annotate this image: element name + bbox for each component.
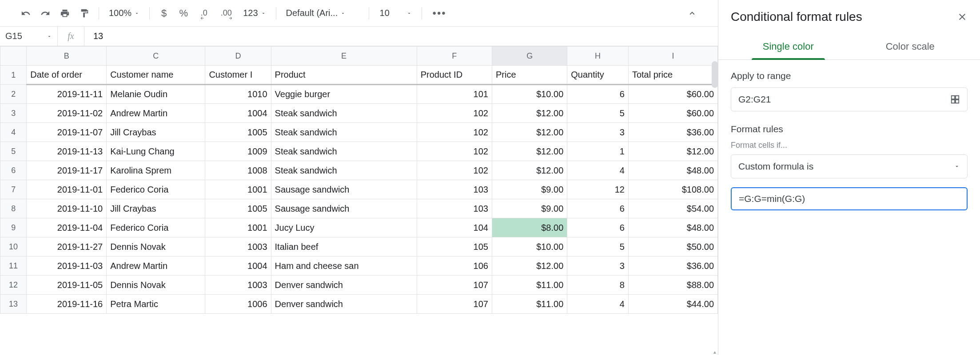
cell[interactable]: $48.00 [628, 161, 717, 180]
cell[interactable]: 102 [417, 161, 492, 180]
cell[interactable]: 2019-11-27 [27, 237, 107, 256]
column-header[interactable]: D [205, 47, 271, 66]
cell[interactable]: Federico Coria [107, 180, 205, 199]
cell[interactable]: 103 [417, 180, 492, 199]
cell[interactable]: Karolina Sprem [107, 161, 205, 180]
zoom-selector[interactable]: 100% [105, 8, 143, 18]
formula-input[interactable] [84, 27, 718, 46]
cell[interactable]: 2019-11-03 [27, 256, 107, 276]
cell[interactable]: Kai-Lung Chang [107, 142, 205, 161]
condition-selector[interactable]: Custom formula is [731, 154, 968, 178]
cell[interactable]: Melanie Oudin [107, 85, 205, 104]
cell[interactable]: $12.00 [492, 256, 567, 276]
cell[interactable]: Dennis Novak [107, 276, 205, 295]
cell[interactable]: $9.00 [492, 180, 567, 199]
cell[interactable]: $8.00 [492, 218, 567, 237]
cell[interactable]: 6 [567, 199, 629, 218]
cell[interactable]: 103 [417, 199, 492, 218]
spreadsheet-grid[interactable]: BCDEFGHI1Date of orderCustomer nameCusto… [0, 46, 718, 355]
cell[interactable]: Jill Craybas [107, 123, 205, 142]
font-size-selector[interactable]: 10 [375, 8, 415, 18]
cell[interactable]: 12 [567, 180, 629, 199]
cell[interactable]: Denver sandwich [271, 276, 417, 295]
cell[interactable]: Sausage sandwich [271, 199, 417, 218]
decrease-decimal-button[interactable]: .0 [195, 5, 213, 21]
cell[interactable]: Product [271, 66, 417, 85]
paint-format-button[interactable] [76, 5, 92, 21]
cell[interactable]: Federico Coria [107, 218, 205, 237]
cell[interactable]: Ham and cheese san [271, 256, 417, 276]
row-header[interactable]: 9 [0, 218, 27, 237]
cell[interactable]: Quantity [567, 66, 629, 85]
row-header[interactable]: 4 [0, 123, 27, 142]
select-range-icon[interactable] [950, 95, 960, 104]
cell[interactable]: 102 [417, 104, 492, 123]
cell[interactable]: Denver sandwich [271, 295, 417, 314]
undo-button[interactable] [18, 5, 34, 21]
cell[interactable]: 2019-11-16 [27, 295, 107, 314]
cell[interactable]: Veggie burger [271, 85, 417, 104]
cell[interactable]: 104 [417, 218, 492, 237]
row-header[interactable]: 6 [0, 161, 27, 180]
cell[interactable]: 1 [567, 142, 629, 161]
cell[interactable]: 102 [417, 142, 492, 161]
cell[interactable]: 4 [567, 295, 629, 314]
cell[interactable]: 101 [417, 85, 492, 104]
cell[interactable]: 1004 [205, 256, 271, 276]
row-header[interactable]: 8 [0, 199, 27, 218]
row-header[interactable]: 11 [0, 256, 27, 276]
close-button[interactable] [957, 12, 968, 22]
cell[interactable]: $10.00 [492, 85, 567, 104]
cell[interactable]: Steak sandwich [271, 161, 417, 180]
cell[interactable]: $44.00 [628, 295, 717, 314]
column-header[interactable]: G [492, 47, 567, 66]
cell[interactable]: 1006 [205, 295, 271, 314]
cell[interactable]: 1001 [205, 180, 271, 199]
cell[interactable]: 107 [417, 276, 492, 295]
cell[interactable]: 2019-11-02 [27, 104, 107, 123]
vertical-scrollbar[interactable] [712, 61, 718, 88]
cell[interactable]: 1008 [205, 161, 271, 180]
row-header[interactable]: 1 [0, 66, 27, 85]
percent-button[interactable]: % [175, 5, 191, 21]
cell[interactable]: Product ID [417, 66, 492, 85]
cell[interactable]: $48.00 [628, 218, 717, 237]
cell[interactable]: $9.00 [492, 199, 567, 218]
cell[interactable]: 107 [417, 295, 492, 314]
cell[interactable]: 1005 [205, 123, 271, 142]
row-header[interactable]: 5 [0, 142, 27, 161]
cell[interactable]: $36.00 [628, 256, 717, 276]
cell[interactable]: Italian beef [271, 237, 417, 256]
cell[interactable]: 2019-11-11 [27, 85, 107, 104]
custom-formula-input[interactable]: =G:G=min(G:G) [731, 187, 968, 210]
cell[interactable]: 3 [567, 123, 629, 142]
row-header[interactable]: 2 [0, 85, 27, 104]
cell[interactable]: $108.00 [628, 180, 717, 199]
cell[interactable]: 4 [567, 161, 629, 180]
row-header[interactable]: 10 [0, 237, 27, 256]
cell[interactable]: $60.00 [628, 104, 717, 123]
cell[interactable]: 1003 [205, 276, 271, 295]
cell[interactable]: 3 [567, 256, 629, 276]
cell[interactable]: $11.00 [492, 276, 567, 295]
cell[interactable]: 2019-11-10 [27, 199, 107, 218]
cell[interactable]: $12.00 [492, 123, 567, 142]
cell[interactable]: $10.00 [492, 237, 567, 256]
cell[interactable]: 1009 [205, 142, 271, 161]
column-header[interactable]: F [417, 47, 492, 66]
cell[interactable]: $88.00 [628, 276, 717, 295]
cell[interactable]: 1004 [205, 104, 271, 123]
cell[interactable]: 2019-11-04 [27, 218, 107, 237]
cell[interactable]: $50.00 [628, 237, 717, 256]
row-header[interactable]: 13 [0, 295, 27, 314]
cell[interactable]: 106 [417, 256, 492, 276]
cell[interactable]: 8 [567, 276, 629, 295]
more-toolbar-button[interactable]: ••• [428, 7, 451, 20]
cell[interactable]: 1003 [205, 237, 271, 256]
cell[interactable]: 5 [567, 237, 629, 256]
cell[interactable]: 1010 [205, 85, 271, 104]
cell[interactable]: $12.00 [492, 104, 567, 123]
cell[interactable]: 105 [417, 237, 492, 256]
collapse-toolbar-button[interactable] [684, 5, 700, 21]
cell[interactable]: Date of order [27, 66, 107, 85]
